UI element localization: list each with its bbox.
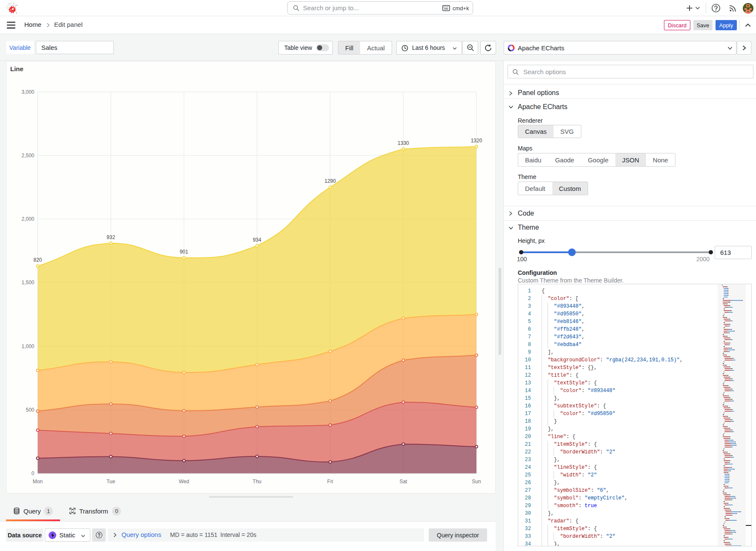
svg-text:2,500: 2,500 (21, 153, 34, 159)
svg-text:901: 901 (180, 249, 188, 255)
svg-text:500: 500 (26, 407, 34, 413)
svg-text:Thu: Thu (253, 479, 262, 485)
svg-text:3,000: 3,000 (21, 89, 34, 95)
svg-text:1320: 1320 (471, 138, 482, 144)
svg-text:1,000: 1,000 (21, 343, 34, 349)
svg-text:Fri: Fri (327, 479, 333, 485)
svg-text:1330: 1330 (398, 140, 409, 146)
svg-text:2,000: 2,000 (21, 216, 34, 222)
svg-text:Sun: Sun (472, 479, 481, 485)
svg-text:934: 934 (253, 237, 261, 243)
svg-text:Mon: Mon (33, 479, 43, 485)
svg-text:1,500: 1,500 (21, 280, 34, 286)
svg-text:Wed: Wed (179, 479, 189, 485)
svg-text:1290: 1290 (324, 178, 336, 184)
svg-text:Tue: Tue (107, 479, 115, 485)
svg-text:932: 932 (107, 234, 115, 240)
svg-text:Sat: Sat (399, 479, 407, 485)
svg-text:0: 0 (32, 470, 35, 476)
svg-text:820: 820 (33, 257, 42, 263)
svg-text:Line: Line (10, 65, 23, 72)
